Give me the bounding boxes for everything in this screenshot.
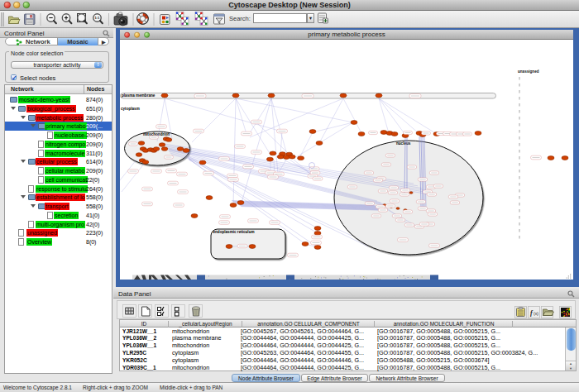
svg-text:nucleus: nucleus (396, 141, 411, 146)
svg-text:unassigned: unassigned (518, 69, 539, 74)
svg-text:1:1: 1:1 (94, 16, 100, 20)
svg-text:cytoplasm: cytoplasm (121, 107, 140, 111)
svg-text:(x): (x) (534, 311, 538, 316)
svg-text:endoplasmic reticulum: endoplasmic reticulum (213, 230, 255, 234)
svg-text:plasma membrane: plasma membrane (122, 93, 156, 98)
